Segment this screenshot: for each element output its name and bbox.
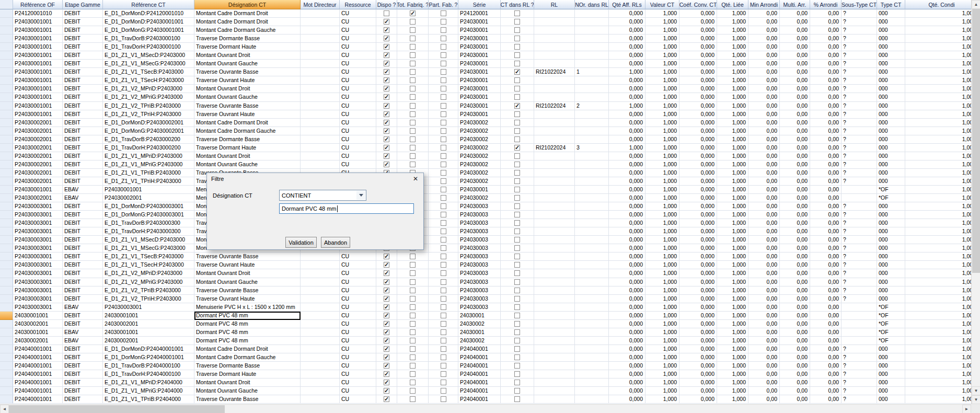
cell-nor-dans-rl[interactable] <box>575 353 609 362</box>
cell-multi-arr[interactable]: 0,00 <box>780 194 810 202</box>
cell-part-fab[interactable] <box>429 68 458 76</box>
cell-qte-aff-rls[interactable]: 0,000 <box>609 353 645 362</box>
cell-ref-ct[interactable]: E_D1_TravDorH:P2404000100 <box>103 370 194 378</box>
cell-part-fab[interactable] <box>429 353 458 362</box>
cell-ref-ct[interactable]: E_D1_TravDorB:P2404000100 <box>103 362 194 370</box>
cell-nor-dans-rl[interactable] <box>575 286 609 295</box>
cell-ct-dans-rl[interactable] <box>501 51 534 60</box>
cell-min-arrondi[interactable]: 0,00 <box>748 362 780 370</box>
row-selector[interactable] <box>0 119 13 127</box>
cell-min-arrondi[interactable]: 0,00 <box>748 244 780 253</box>
cell-ref-ct[interactable]: E_D1_TravDorH:P2403000200 <box>103 144 194 152</box>
cell-sous-type-ct[interactable]: ? <box>841 127 877 135</box>
cell-pct-arrondi[interactable]: 0,00 <box>810 328 841 337</box>
cell-sous-type-ct[interactable]: ? <box>841 387 877 395</box>
cell-qte-condi[interactable]: 1,000 <box>905 102 971 110</box>
cell-ressource[interactable]: CU <box>340 253 376 261</box>
cell-nor-dans-rl[interactable] <box>575 160 609 169</box>
cell-ct-dans-rl[interactable] <box>501 312 534 320</box>
cell-qte-condi[interactable]: 1,000 <box>905 219 971 227</box>
cell-ref-ct[interactable]: E_D1_Z1_V1_MSecD:P2403000 <box>103 51 194 60</box>
cell-multi-arr[interactable]: 0,00 <box>780 60 810 68</box>
cell-etape-gamme[interactable]: DEBIT <box>63 378 103 387</box>
cell-qte-liee[interactable]: 1,000 <box>717 378 748 387</box>
cell-nor-dans-rl[interactable] <box>575 211 609 219</box>
cell-qte-aff-rls[interactable]: 0,000 <box>609 320 645 328</box>
cell-type-ct[interactable]: 000 <box>877 93 905 101</box>
column-header-ct-dans-rl[interactable]: CT dans RL ? <box>501 0 534 9</box>
cell-rl[interactable] <box>534 85 575 93</box>
cell-qte-liee[interactable]: 1,000 <box>717 186 748 194</box>
cell-qte-liee[interactable]: 1,000 <box>717 110 748 119</box>
cell-nor-dans-rl[interactable] <box>575 312 609 320</box>
cell-mot-directeur[interactable] <box>301 378 340 387</box>
cell-qte-condi[interactable]: 1,000 <box>905 395 971 404</box>
cell-dispo[interactable] <box>376 261 397 269</box>
cell-ressource[interactable]: CU <box>340 286 376 295</box>
column-header-ref-of[interactable]: Référence OF <box>13 0 63 9</box>
cell-ref-of[interactable]: P24030003001 <box>13 278 63 286</box>
cell-qte-condi[interactable]: 1,000 <box>905 18 971 26</box>
cell-mot-directeur[interactable] <box>301 328 340 337</box>
cell-serie[interactable]: P24030001 <box>458 93 501 101</box>
cell-serie[interactable]: P24040001 <box>458 362 501 370</box>
cell-part-fab[interactable] <box>429 194 458 202</box>
cell-coef-conv-ct[interactable]: 0,000 <box>679 295 717 303</box>
cell-valeur-ct[interactable]: 1,000 <box>645 387 679 395</box>
cell-mot-directeur[interactable] <box>301 160 340 169</box>
cell-nor-dans-rl[interactable]: 1 <box>575 68 609 76</box>
cell-ressource[interactable]: CU <box>340 35 376 43</box>
cell-valeur-ct[interactable]: 1,000 <box>645 177 679 186</box>
cell-valeur-ct[interactable]: 1,000 <box>645 362 679 370</box>
cell-ct-dans-rl[interactable] <box>501 119 534 127</box>
cell-designation-ct[interactable]: Montant Cadre Dormant Droit <box>194 119 301 127</box>
cell-type-ct[interactable]: 000 <box>877 387 905 395</box>
cell-ref-of[interactable]: P24030003001 <box>13 211 63 219</box>
cell-serie[interactable]: P24030003 <box>458 269 501 278</box>
cell-mot-directeur[interactable] <box>301 337 340 345</box>
cell-valeur-ct[interactable]: 1,000 <box>645 194 679 202</box>
cell-min-arrondi[interactable]: 0,00 <box>748 337 780 345</box>
cell-qte-aff-rls[interactable]: 0,000 <box>609 261 645 269</box>
cell-etape-gamme[interactable]: DEBIT <box>63 295 103 303</box>
cell-designation-ct[interactable]: Montant Ouvrant Droit <box>194 152 301 160</box>
cell-valeur-ct[interactable]: 1,000 <box>645 236 679 244</box>
cell-dispo[interactable] <box>376 295 397 303</box>
cell-ref-ct[interactable]: E_D1_DorMonD:P24120001010 <box>103 9 194 18</box>
cell-ct-dans-rl[interactable] <box>501 362 534 370</box>
cell-qte-aff-rls[interactable]: 0,000 <box>609 85 645 93</box>
cell-tot-fabriq[interactable] <box>397 9 429 18</box>
cell-designation-ct[interactable]: Traverse Dormante Basse <box>194 135 301 144</box>
cell-tot-fabriq[interactable] <box>397 253 429 261</box>
cell-rl[interactable] <box>534 286 575 295</box>
cell-serie[interactable]: P24030001 <box>458 18 501 26</box>
cell-tot-fabriq[interactable] <box>397 110 429 119</box>
cell-pct-arrondi[interactable]: 0,00 <box>810 18 841 26</box>
row-selector[interactable] <box>0 378 13 387</box>
row-selector[interactable] <box>0 127 13 135</box>
cell-ressource[interactable]: CU <box>340 144 376 152</box>
cell-multi-arr[interactable]: 0,00 <box>780 169 810 177</box>
cell-multi-arr[interactable]: 0,00 <box>780 18 810 26</box>
cell-ref-of[interactable]: P24030001001 <box>13 43 63 51</box>
cell-ressource[interactable]: CU <box>340 320 376 328</box>
cell-etape-gamme[interactable]: DEBIT <box>63 244 103 253</box>
column-header-ressource[interactable]: Ressource <box>340 0 376 9</box>
cell-nor-dans-rl[interactable] <box>575 186 609 194</box>
cell-pct-arrondi[interactable]: 0,00 <box>810 43 841 51</box>
cell-ref-of[interactable]: 24030002001 <box>13 337 63 345</box>
cell-qte-condi[interactable]: 1,000 <box>905 35 971 43</box>
column-header-pct-arrondi[interactable]: % Arrondi <box>810 0 841 9</box>
cell-multi-arr[interactable]: 0,00 <box>780 312 810 320</box>
cell-ct-dans-rl[interactable] <box>501 85 534 93</box>
cell-min-arrondi[interactable]: 0,00 <box>748 35 780 43</box>
cell-serie[interactable]: P24030002 <box>458 177 501 186</box>
cell-part-fab[interactable] <box>429 160 458 169</box>
cell-multi-arr[interactable]: 0,00 <box>780 387 810 395</box>
cell-mot-directeur[interactable] <box>301 320 340 328</box>
cell-ref-of[interactable]: P24040001001 <box>13 353 63 362</box>
cell-min-arrondi[interactable]: 0,00 <box>748 160 780 169</box>
column-header-qte-liee[interactable]: Qté. Liée <box>717 0 748 9</box>
cell-qte-liee[interactable]: 1,000 <box>717 387 748 395</box>
cell-sous-type-ct[interactable]: ? <box>841 244 877 253</box>
